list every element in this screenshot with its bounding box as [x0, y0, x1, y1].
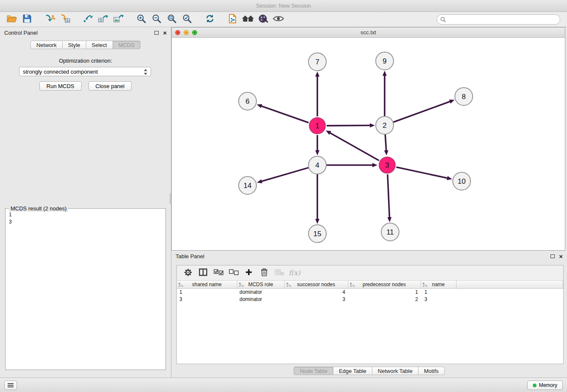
graph-arrowhead-2-8 — [449, 99, 454, 103]
table-cell[interactable]: 2 — [348, 295, 421, 303]
tab-mcds[interactable]: MCDS — [113, 41, 140, 49]
table-row[interactable]: 3dominator323 — [177, 295, 563, 303]
hierarchy-icon — [423, 282, 427, 288]
updown-arrows-icon — [143, 69, 148, 75]
table-cell[interactable]: 1 — [177, 288, 237, 295]
show-hide-button[interactable] — [271, 13, 286, 26]
table-tab-network-table[interactable]: Network Table — [372, 367, 418, 375]
open-file-button[interactable] — [4, 13, 19, 26]
show-columns-button[interactable] — [196, 267, 210, 279]
eye-icon — [273, 15, 284, 23]
close-panel-button[interactable]: Close panel — [88, 81, 132, 91]
hierarchy-icon — [286, 282, 291, 288]
zoom-out-button[interactable] — [149, 13, 164, 26]
column-header-shared-name[interactable]: shared name — [177, 281, 237, 288]
graph-edge-1-2[interactable] — [327, 125, 371, 126]
table-settings-button[interactable] — [181, 267, 195, 279]
table-tab-motifs[interactable]: Motifs — [418, 367, 445, 375]
zoom-selected-button[interactable] — [179, 13, 195, 26]
graph-edge-1-6[interactable] — [261, 106, 308, 123]
graph-node-label-14: 14 — [244, 182, 252, 190]
run-mcds-button[interactable]: Run MCDS — [39, 81, 82, 91]
unchecked-boxes-icon — [229, 269, 239, 277]
optimization-criterion-select[interactable]: strongly connected component — [19, 67, 151, 76]
graph-edge-2-8[interactable] — [394, 101, 451, 122]
export-network-button[interactable] — [80, 13, 96, 26]
graph-edge-4-14[interactable] — [261, 168, 308, 182]
select-all-rows-button[interactable] — [212, 267, 225, 279]
export-network-icon — [83, 14, 94, 25]
search-input[interactable] — [437, 14, 560, 25]
search-field — [437, 14, 560, 25]
control-panel-title: Control Panel — [4, 30, 38, 36]
network-window-titlebar: × − + scc.txt — [172, 28, 565, 38]
memory-button[interactable]: Memory — [527, 381, 563, 390]
table-cell[interactable]: 1 — [421, 288, 456, 295]
import-network-button[interactable] — [42, 13, 58, 26]
close-table-panel-icon[interactable]: × — [559, 253, 563, 259]
add-column-button[interactable] — [242, 267, 256, 279]
tab-select[interactable]: Select — [86, 41, 113, 49]
graph-node-label-1: 1 — [315, 122, 319, 130]
panel-menu-button[interactable] — [4, 381, 17, 390]
zoom-out-icon — [151, 14, 162, 25]
column-header-MCDS-role[interactable]: MCDS role — [237, 281, 284, 288]
apply-style-button[interactable] — [256, 13, 271, 26]
network-canvas[interactable]: 7968124314101511 — [172, 38, 565, 250]
hierarchy-icon — [350, 282, 355, 288]
import-table-icon — [60, 14, 71, 25]
graph-edge-2-3[interactable] — [385, 135, 386, 151]
table-cell[interactable]: dominator — [237, 295, 284, 303]
graph-edge-3-10[interactable] — [396, 167, 448, 178]
zoom-window-icon[interactable]: + — [192, 30, 197, 35]
mcds-result-title: MCDS result (2 nodes) — [9, 205, 68, 212]
import-table-button[interactable] — [58, 13, 73, 26]
delete-column-button[interactable] — [257, 267, 271, 279]
table-cell[interactable]: dominator — [237, 288, 284, 295]
export-table-button[interactable] — [96, 13, 111, 26]
graph-node-label-10: 10 — [458, 177, 466, 185]
fx-icon: f(x) — [289, 269, 300, 277]
close-window-icon[interactable]: × — [175, 30, 180, 35]
tab-network[interactable]: Network — [30, 41, 63, 49]
graph-arrowhead-3-10 — [447, 176, 452, 180]
table-cell[interactable]: 3 — [421, 295, 456, 303]
table-tab-edge-table[interactable]: Edge Table — [333, 367, 372, 375]
graph-edge-3-1[interactable] — [330, 133, 379, 160]
graph-edge-3-11[interactable] — [388, 174, 390, 218]
export-image-button[interactable] — [111, 13, 126, 26]
float-panel-icon[interactable] — [154, 31, 159, 35]
table-cell[interactable]: 3 — [177, 295, 237, 303]
checked-boxes-icon — [214, 269, 223, 277]
float-table-panel-icon[interactable] — [550, 254, 555, 258]
zoom-in-button[interactable] — [134, 13, 149, 26]
application-window: Session: New Session — [0, 0, 567, 392]
function-builder-button[interactable]: f(x) — [288, 267, 301, 279]
table-cell[interactable]: 1 — [348, 288, 421, 295]
graph-arrowhead-4-15 — [315, 219, 319, 224]
table-cell[interactable]: 4 — [284, 288, 348, 295]
window-title: Session: New Session — [256, 3, 311, 9]
open-folder-icon — [6, 14, 17, 25]
close-panel-icon[interactable]: × — [163, 30, 167, 36]
table-cell[interactable]: 3 — [284, 295, 348, 303]
column-header-predecessor-nodes[interactable]: predecessor nodes — [348, 281, 421, 288]
table-tabs: Node TableEdge TableNetwork TableMotifs — [171, 367, 567, 375]
table-tab-node-table[interactable]: Node Table — [294, 367, 333, 375]
table-row[interactable]: 1dominator411 — [177, 288, 563, 295]
memory-label: Memory — [539, 382, 557, 388]
minimize-window-icon[interactable]: − — [184, 30, 189, 35]
network-view-window: × − + scc.txt 7968124314101511 — [171, 27, 565, 251]
delete-table-button[interactable] — [272, 267, 286, 279]
tab-style[interactable]: Style — [63, 41, 86, 49]
refresh-view-button[interactable] — [202, 13, 217, 26]
deselect-all-rows-button[interactable] — [227, 267, 240, 279]
zoom-fit-button[interactable] — [164, 13, 179, 26]
column-header-successor-nodes[interactable]: successor nodes — [284, 281, 348, 288]
column-header-name[interactable]: name — [421, 281, 456, 288]
save-session-button[interactable] — [19, 13, 35, 26]
graph-node-label-6: 6 — [245, 97, 249, 105]
show-all-views-button[interactable] — [240, 13, 256, 26]
network-document-button[interactable] — [225, 13, 240, 26]
graph-arrowhead-1-4 — [315, 150, 319, 155]
